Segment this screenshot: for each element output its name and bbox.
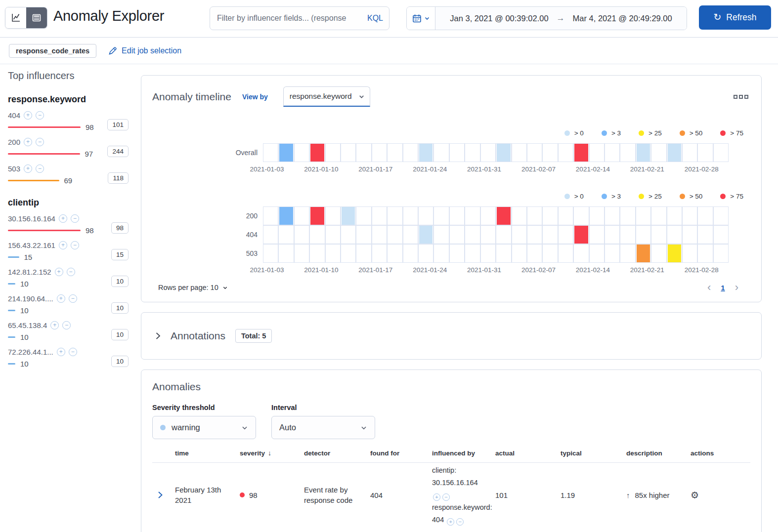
swimlane-cell[interactable]	[697, 244, 713, 263]
swimlane-cell[interactable]	[713, 206, 729, 225]
column-header-actual[interactable]: actual	[495, 450, 561, 457]
swimlane-cell[interactable]	[573, 206, 589, 225]
swimlane-cell[interactable]	[589, 225, 605, 244]
swimlane-cell[interactable]	[620, 225, 635, 244]
column-header-actions[interactable]: actions	[691, 450, 752, 457]
date-range-end[interactable]: Mar 4, 2021 @ 20:49:29.00	[573, 14, 672, 23]
swimlane-cell[interactable]	[403, 225, 418, 244]
swimlane-cell[interactable]	[403, 244, 418, 263]
panel-options-icon[interactable]	[732, 93, 750, 101]
swimlane-cell[interactable]	[387, 143, 402, 162]
date-range-start[interactable]: Jan 3, 2021 @ 00:39:02.00	[450, 14, 548, 23]
swimlane-cell[interactable]	[418, 225, 433, 244]
table-view-toggle-button[interactable]	[26, 7, 47, 28]
add-filter-icon[interactable]: +	[447, 518, 454, 526]
swimlane-cell[interactable]	[263, 143, 278, 162]
swimlane-cell[interactable]	[527, 206, 542, 225]
swimlane-cell[interactable]	[372, 143, 387, 162]
add-filter-icon[interactable]: +	[59, 214, 67, 223]
swimlane-cell[interactable]	[403, 143, 418, 162]
remove-filter-icon[interactable]: −	[36, 111, 44, 120]
influencer-filter-input[interactable]	[217, 14, 365, 23]
swimlane-cell[interactable]	[605, 225, 620, 244]
rows-per-page-button[interactable]: Rows per page: 10	[158, 284, 228, 291]
swimlane-cell[interactable]	[403, 206, 418, 225]
swimlane-cell[interactable]	[558, 244, 573, 263]
job-id-badge[interactable]: response_code_rates	[9, 44, 96, 58]
swimlane-cell[interactable]	[418, 244, 433, 263]
add-filter-icon[interactable]: +	[57, 294, 65, 303]
swimlane-cell[interactable]	[449, 206, 465, 225]
column-header-severity[interactable]: severity↓	[240, 449, 304, 457]
swimlane-cell[interactable]	[636, 206, 651, 225]
swimlane-cell[interactable]	[527, 225, 542, 244]
interval-select[interactable]: Auto	[271, 416, 375, 439]
swimlane-cell[interactable]	[496, 143, 511, 162]
swimlane-cell[interactable]	[542, 143, 558, 162]
swimlane-cell[interactable]	[309, 143, 325, 162]
swimlane-cell[interactable]	[309, 244, 325, 263]
add-filter-icon[interactable]: +	[50, 321, 59, 329]
swimlane-cell[interactable]	[589, 244, 605, 263]
swimlane-cell[interactable]	[387, 206, 402, 225]
swimlane-cell[interactable]	[651, 206, 666, 225]
swimlane-cell[interactable]	[713, 143, 729, 162]
swimlane-cell[interactable]	[278, 143, 294, 162]
add-filter-icon[interactable]: +	[57, 348, 65, 356]
swimlane-cell[interactable]	[682, 225, 697, 244]
swimlane-cell[interactable]	[496, 244, 511, 263]
swimlane-cell[interactable]	[356, 143, 371, 162]
swimlane-cell[interactable]	[542, 225, 558, 244]
swimlane-cell[interactable]	[356, 206, 371, 225]
swimlane-cell[interactable]	[697, 143, 713, 162]
swimlane-cell[interactable]	[309, 206, 325, 225]
swimlane-cell[interactable]	[496, 225, 511, 244]
swimlane-cell[interactable]	[418, 206, 433, 225]
swimlane-cell[interactable]	[480, 225, 496, 244]
add-filter-icon[interactable]: +	[24, 138, 32, 146]
swimlane-cell[interactable]	[341, 206, 356, 225]
swimlane-cell[interactable]	[636, 225, 651, 244]
swimlane-cell[interactable]	[418, 143, 433, 162]
severity-threshold-select[interactable]: warning	[152, 416, 256, 439]
swimlane-cell[interactable]	[512, 225, 527, 244]
swimlane-cell[interactable]	[465, 206, 480, 225]
expand-row-icon[interactable]	[152, 491, 175, 499]
swimlane-cell[interactable]	[341, 143, 356, 162]
swimlane-cell[interactable]	[433, 244, 449, 263]
swimlane-cell[interactable]	[542, 206, 558, 225]
swimlane-cell[interactable]	[573, 143, 589, 162]
swimlane-cell[interactable]	[263, 225, 278, 244]
next-page-icon[interactable]: ›	[735, 282, 738, 293]
swimlane-cell[interactable]	[496, 206, 511, 225]
swimlane-cell[interactable]	[651, 244, 666, 263]
swimlane-cell[interactable]	[667, 206, 682, 225]
add-filter-icon[interactable]: +	[24, 164, 32, 173]
swimlane-cell[interactable]	[433, 143, 449, 162]
previous-page-icon[interactable]: ‹	[707, 282, 711, 293]
swimlane-cell[interactable]	[558, 206, 573, 225]
swimlane-cell[interactable]	[697, 225, 713, 244]
add-filter-icon[interactable]: +	[24, 111, 32, 120]
column-header-description[interactable]: description	[626, 450, 691, 457]
swimlane-cell[interactable]	[341, 244, 356, 263]
charts-view-toggle-button[interactable]	[5, 7, 26, 28]
swimlane-cell[interactable]	[325, 244, 341, 263]
swimlane-cell[interactable]	[480, 143, 496, 162]
swimlane-cell[interactable]	[294, 206, 309, 225]
swimlane-cell[interactable]	[713, 225, 729, 244]
swimlane-cell[interactable]	[620, 244, 635, 263]
column-header-found-for[interactable]: found for	[370, 450, 432, 457]
remove-filter-icon[interactable]: −	[36, 138, 44, 146]
swimlane-cell[interactable]	[651, 143, 666, 162]
remove-filter-icon[interactable]: −	[69, 294, 77, 303]
add-filter-icon[interactable]: +	[55, 268, 63, 276]
remove-filter-icon[interactable]: −	[71, 241, 79, 249]
swimlane-cell[interactable]	[512, 244, 527, 263]
swimlane-cell[interactable]	[605, 206, 620, 225]
view-by-select[interactable]: response.keyword	[283, 86, 370, 107]
column-header-time[interactable]: time	[175, 450, 240, 457]
kql-syntax-button[interactable]: KQL	[367, 14, 383, 23]
column-header-detector[interactable]: detector	[304, 450, 370, 457]
remove-filter-icon[interactable]: −	[67, 268, 75, 276]
